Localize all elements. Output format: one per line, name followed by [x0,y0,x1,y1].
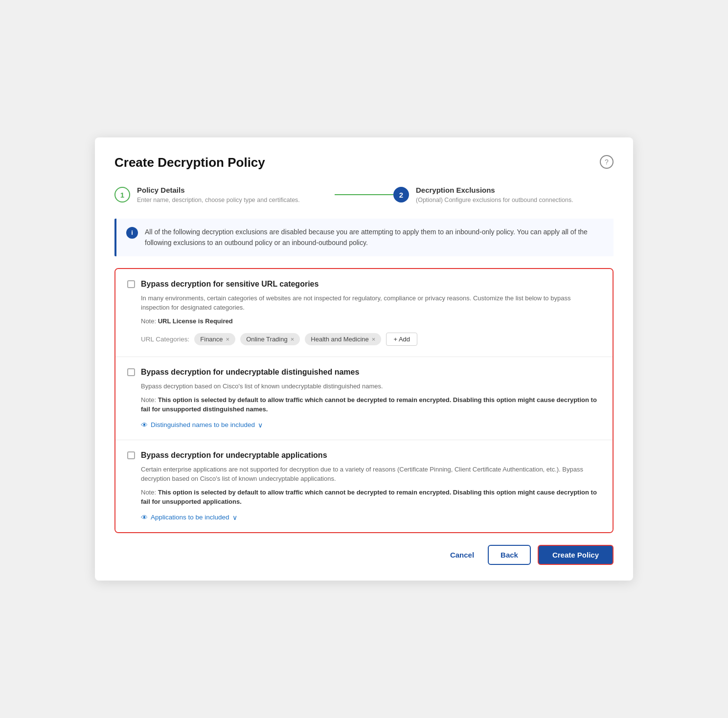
steps-container: 1 Policy Details Enter name, description… [114,186,614,205]
info-icon: i [126,227,138,239]
url-categories-label: URL Categories: [141,336,189,343]
create-policy-button[interactable]: Create Policy [538,545,614,565]
tag-finance-close[interactable]: × [226,336,230,343]
bypass-url-checkbox[interactable] [127,280,135,288]
bypass-url-title: Bypass decryption for sensitive URL cate… [141,280,318,289]
step-1-circle: 1 [114,187,130,202]
step-2-title: Decryption Exclusions [416,186,573,194]
modal-title: Create Decryption Policy [114,155,265,170]
step-connector [335,194,393,195]
bypass-url-note: Note: URL License is Required [141,316,601,326]
modal-footer: Cancel Back Create Policy [114,545,614,565]
info-banner-text: All of the following decryption exclusio… [145,226,604,248]
modal-header: Create Decryption Policy ? [114,155,614,170]
cancel-button[interactable]: Cancel [443,547,481,563]
step-1-desc: Enter name, description, choose policy t… [137,196,300,205]
step-2-content: Decryption Exclusions (Optional) Configu… [416,186,573,205]
eye-icon: 👁 [141,421,148,429]
bypass-dn-note: Note: This option is selected by default… [141,395,601,414]
bypass-apps-desc: Certain enterprise applications are not … [141,465,601,484]
option-bypass-apps-header: Bypass decryption for undecryptable appl… [127,451,601,460]
step-2: 2 Decryption Exclusions (Optional) Confi… [393,186,614,205]
info-banner: i All of the following decryption exclus… [114,219,614,256]
option-bypass-dn-header: Bypass decryption for undecryptable dist… [127,368,601,377]
url-categories-row: URL Categories: Finance × Online Trading… [141,333,601,346]
tag-online-trading-close[interactable]: × [291,336,295,343]
step-1-content: Policy Details Enter name, description, … [137,186,300,205]
create-decryption-policy-modal: Create Decryption Policy ? 1 Policy Deta… [95,137,633,580]
bypass-dn-desc: Bypass decryption based on Cisco's list … [141,381,601,391]
back-button[interactable]: Back [488,545,531,565]
exclusions-container: Bypass decryption for sensitive URL cate… [114,268,614,533]
bypass-dn-checkbox[interactable] [127,368,135,376]
step-2-circle: 2 [393,187,409,202]
option-bypass-url-header: Bypass decryption for sensitive URL cate… [127,280,601,289]
option-bypass-dn: Bypass decryption for undecryptable dist… [115,357,613,440]
bypass-url-desc: In many environments, certain categories… [141,293,601,313]
step-1-title: Policy Details [137,186,300,194]
tag-health-medicine-close[interactable]: × [372,336,376,343]
help-icon[interactable]: ? [600,155,614,169]
chevron-down-icon-apps: ∨ [232,514,237,521]
chevron-down-icon: ∨ [258,421,263,429]
applications-expand[interactable]: 👁 Applications to be included ∨ [141,514,601,521]
distinguished-names-expand[interactable]: 👁 Distinguished names to be included ∨ [141,421,601,429]
option-bypass-url: Bypass decryption for sensitive URL cate… [115,269,613,357]
add-category-button[interactable]: + Add [386,333,417,346]
bypass-apps-title: Bypass decryption for undecryptable appl… [141,451,327,460]
step-1: 1 Policy Details Enter name, description… [114,186,335,205]
eye-icon-apps: 👁 [141,514,148,521]
step-2-desc: (Optional) Configure exclusions for outb… [416,196,573,205]
bypass-dn-title: Bypass decryption for undecryptable dist… [141,368,359,377]
tag-health-medicine: Health and Medicine × [305,333,381,345]
bypass-apps-checkbox[interactable] [127,451,135,459]
tag-finance: Finance × [194,333,235,345]
option-bypass-apps: Bypass decryption for undecryptable appl… [115,440,613,532]
tag-online-trading: Online Trading × [240,333,300,345]
bypass-apps-note: Note: This option is selected by default… [141,488,601,507]
